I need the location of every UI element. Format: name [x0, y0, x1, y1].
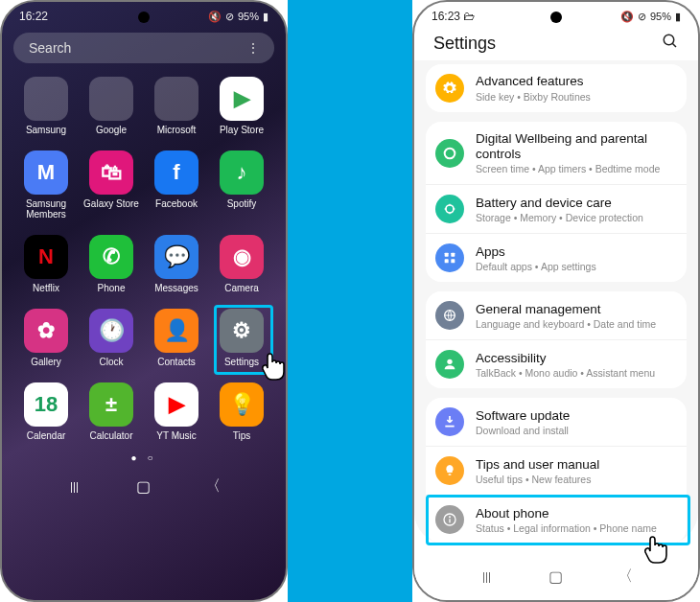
status-right: 🔇 ⊘ 95% ▮ — [208, 11, 268, 23]
app-samsung[interactable]: Samsung — [15, 77, 77, 135]
app-contacts[interactable]: 👤Contacts — [146, 309, 207, 367]
svg-rect-7 — [451, 260, 455, 264]
row-title: Digital Wellbeing and parental controls — [476, 131, 677, 162]
svg-rect-5 — [451, 253, 455, 257]
svg-point-9 — [447, 359, 452, 364]
app-yt-music[interactable]: ▶YT Music — [146, 382, 207, 441]
settings-row-general-management[interactable]: General managementLanguage and keyboard … — [426, 291, 687, 339]
recents-button[interactable]: ⫼ — [67, 478, 82, 496]
svg-point-2 — [445, 148, 455, 158]
row-text: General managementLanguage and keyboard … — [476, 302, 656, 330]
home-button[interactable]: ▢ — [548, 567, 563, 586]
settings-row-digital-wellbeing-and-parental-controls[interactable]: Digital Wellbeing and parental controlsS… — [426, 122, 687, 184]
row-title: About phone — [476, 506, 657, 521]
svg-point-0 — [664, 35, 674, 45]
row-subtitle: TalkBack • Mono audio • Assistant menu — [476, 367, 655, 379]
status-time: 16:23 🗁 — [432, 10, 475, 23]
svg-rect-4 — [445, 253, 449, 257]
gear-icon — [435, 74, 464, 103]
row-title: Apps — [476, 244, 596, 260]
app-play-store[interactable]: ▶Play Store — [211, 77, 272, 135]
settings-title: Settings — [433, 34, 496, 54]
app-google[interactable]: Google — [81, 77, 142, 135]
settings-row-accessibility[interactable]: AccessibilityTalkBack • Mono audio • Ass… — [426, 339, 687, 388]
app-label: Google — [96, 125, 127, 135]
app-messages[interactable]: 💬Messages — [146, 235, 207, 293]
nav-bar: ⫼ ▢ 〈 — [2, 465, 286, 510]
row-title: Software update — [476, 408, 570, 424]
settings-scroll[interactable]: Advanced featuresSide key • Bixby Routin… — [414, 60, 698, 544]
divider-bg — [288, 0, 412, 602]
svg-rect-12 — [449, 520, 450, 523]
app-label: Phone — [98, 283, 126, 293]
app-clock[interactable]: 🕐Clock — [81, 309, 142, 367]
app-icon: ▶ — [154, 382, 198, 427]
recents-button[interactable]: ⫼ — [479, 568, 495, 586]
settings-row-software-update[interactable]: Software updateDownload and install — [426, 398, 687, 446]
settings-card: General managementLanguage and keyboard … — [426, 291, 687, 388]
phone-app-drawer: 16:22 🔇 ⊘ 95% ▮ Search ⋮ SamsungGoogleMi… — [0, 0, 288, 602]
status-right: 🔇 ⊘ 95% ▮ — [620, 11, 681, 23]
app-calendar[interactable]: 18Calendar — [15, 382, 77, 441]
search-placeholder: Search — [29, 40, 71, 56]
app-icon — [24, 77, 68, 121]
settings-header: Settings — [414, 27, 698, 60]
settings-row-advanced-features[interactable]: Advanced featuresSide key • Bixby Routin… — [426, 64, 687, 112]
row-text: AppsDefault apps • App settings — [476, 244, 596, 272]
app-label: Samsung — [26, 125, 66, 135]
row-text: Advanced featuresSide key • Bixby Routin… — [476, 74, 591, 102]
care-icon — [435, 195, 464, 223]
row-text: AccessibilityTalkBack • Mono audio • Ass… — [476, 351, 655, 379]
app-camera[interactable]: ◉Camera — [211, 235, 272, 293]
row-text: Battery and device careStorage • Memory … — [476, 196, 643, 223]
info-icon — [435, 505, 464, 534]
app-calculator[interactable]: ±Calculator — [81, 382, 142, 441]
search-icon[interactable] — [662, 33, 679, 55]
app-facebook[interactable]: fFacebook — [146, 150, 207, 220]
app-icon — [89, 77, 133, 121]
row-title: Battery and device care — [476, 196, 643, 211]
back-button[interactable]: 〈 — [618, 567, 633, 587]
app-label: Facebook — [155, 198, 198, 209]
app-icon: 18 — [24, 382, 68, 427]
svg-line-1 — [672, 43, 676, 47]
app-icon: ✆ — [89, 235, 133, 279]
app-spotify[interactable]: ♪Spotify — [211, 150, 272, 220]
app-grid: SamsungGoogleMicrosoft▶Play StoreMSamsun… — [2, 71, 286, 447]
more-icon[interactable]: ⋮ — [246, 40, 259, 56]
app-netflix[interactable]: NNetflix — [15, 235, 77, 293]
row-subtitle: Storage • Memory • Device protection — [476, 212, 643, 223]
search-field[interactable]: Search ⋮ — [13, 33, 274, 63]
row-title: Advanced features — [476, 74, 591, 89]
app-label: Gallery — [31, 357, 61, 367]
app-phone[interactable]: ✆Phone — [81, 235, 142, 293]
settings-row-tips-and-user-manual[interactable]: Tips and user manualUseful tips • New fe… — [426, 446, 687, 495]
grid-icon — [435, 243, 464, 272]
app-samsung-members[interactable]: MSamsung Members — [15, 150, 77, 220]
app-label: YT Music — [156, 430, 197, 441]
app-galaxy-store[interactable]: 🛍Galaxy Store — [81, 150, 142, 220]
circle-icon — [435, 139, 464, 168]
app-icon: ◉ — [220, 235, 264, 279]
app-microsoft[interactable]: Microsoft — [146, 77, 207, 135]
settings-row-apps[interactable]: AppsDefault apps • App settings — [426, 233, 687, 282]
app-icon: ± — [89, 382, 133, 427]
app-label: Clock — [99, 357, 123, 367]
battery-text: 95% — [238, 11, 259, 22]
app-icon: 🕐 — [89, 309, 133, 353]
row-subtitle: Status • Legal information • Phone name — [476, 522, 657, 534]
row-text: Tips and user manualUseful tips • New fe… — [476, 457, 599, 485]
battery-text: 95% — [650, 11, 671, 22]
app-icon: N — [24, 235, 68, 279]
home-button[interactable]: ▢ — [136, 477, 151, 496]
app-gallery[interactable]: ✿Gallery — [15, 309, 77, 367]
back-button[interactable]: 〈 — [205, 476, 221, 497]
cursor-hand-icon — [641, 534, 671, 567]
app-tips[interactable]: 💡Tips — [211, 382, 272, 441]
row-title: Accessibility — [476, 351, 655, 366]
app-label: Microsoft — [157, 125, 197, 135]
app-label: Spotify — [227, 198, 257, 209]
svg-point-3 — [446, 205, 454, 213]
phone-settings: 16:23 🗁 🔇 ⊘ 95% ▮ Settings Advanced feat… — [412, 0, 700, 602]
settings-row-battery-and-device-care[interactable]: Battery and device careStorage • Memory … — [426, 184, 687, 233]
